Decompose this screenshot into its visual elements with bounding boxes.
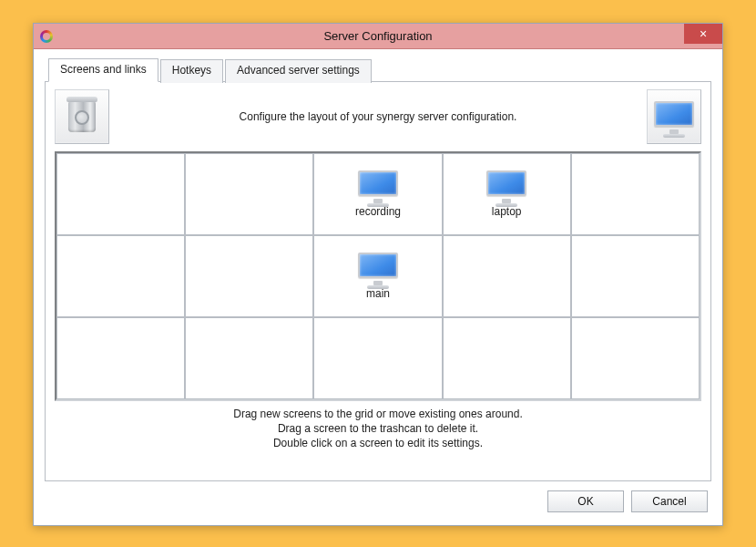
screen-layout-grid[interactable]: recordinglaptopmain <box>55 151 701 401</box>
grid-cell-main[interactable]: main <box>313 235 442 317</box>
screen-label: recording <box>355 205 401 218</box>
monitor-icon <box>358 170 398 201</box>
grid-cell[interactable] <box>571 317 700 399</box>
instruction-text: Configure the layout of your synergy ser… <box>118 110 638 123</box>
tab-label: Hotkeys <box>172 64 211 77</box>
cancel-button[interactable]: Cancel <box>631 490 708 512</box>
tab-advanced-server-settings[interactable]: Advanced server settings <box>225 59 372 83</box>
tab-hotkeys[interactable]: Hotkeys <box>160 59 223 83</box>
client-area: Screens and links Hotkeys Advanced serve… <box>34 49 722 525</box>
grid-cell[interactable] <box>443 235 571 317</box>
close-button[interactable]: × <box>684 24 722 44</box>
trashcan-icon <box>68 101 96 132</box>
monitor-icon <box>486 170 526 201</box>
new-screen-source[interactable] <box>647 89 701 144</box>
grid-cell-laptop[interactable]: laptop <box>443 153 571 235</box>
button-label: Cancel <box>652 495 686 508</box>
help-text: Drag new screens to the grid or move exi… <box>55 401 701 453</box>
grid-cell[interactable] <box>185 317 313 399</box>
grid-cell[interactable] <box>571 153 700 235</box>
help-line-2: Drag a screen to the trashcan to delete … <box>55 421 701 436</box>
button-label: OK <box>577 495 593 508</box>
screen-label: main <box>366 287 390 300</box>
help-line-3: Double click on a screen to edit its set… <box>55 436 701 450</box>
grid-cell[interactable] <box>185 235 313 317</box>
titlebar: Server Configuration × <box>34 24 722 49</box>
grid-cell[interactable] <box>56 317 185 399</box>
ok-button[interactable]: OK <box>547 490 624 512</box>
grid-cell-recording[interactable]: recording <box>313 153 442 235</box>
tab-label: Advanced server settings <box>237 64 360 77</box>
app-icon <box>39 29 54 44</box>
monitor-icon <box>358 253 398 284</box>
screen-label: laptop <box>492 205 522 218</box>
monitor-icon <box>654 101 694 132</box>
top-row: Configure the layout of your synergy ser… <box>55 89 701 144</box>
tab-label: Screens and links <box>60 63 147 76</box>
grid-cell[interactable] <box>56 235 185 317</box>
close-icon: × <box>700 26 707 41</box>
window-title: Server Configuration <box>34 29 722 43</box>
trashcan-button[interactable] <box>55 89 109 144</box>
help-line-1: Drag new screens to the grid or move exi… <box>55 407 701 421</box>
tab-screens-and-links[interactable]: Screens and links <box>48 58 158 82</box>
grid-cell[interactable] <box>56 153 185 235</box>
server-configuration-window: Server Configuration × Screens and links… <box>33 23 723 526</box>
tab-strip: Screens and links Hotkeys Advanced serve… <box>45 58 711 82</box>
dialog-button-row: OK Cancel <box>45 481 711 514</box>
grid-cell[interactable] <box>313 317 442 399</box>
grid-cell[interactable] <box>185 153 313 235</box>
grid-cell[interactable] <box>571 235 700 317</box>
grid-cell[interactable] <box>443 317 571 399</box>
tab-panel-screens: Configure the layout of your synergy ser… <box>45 81 711 481</box>
